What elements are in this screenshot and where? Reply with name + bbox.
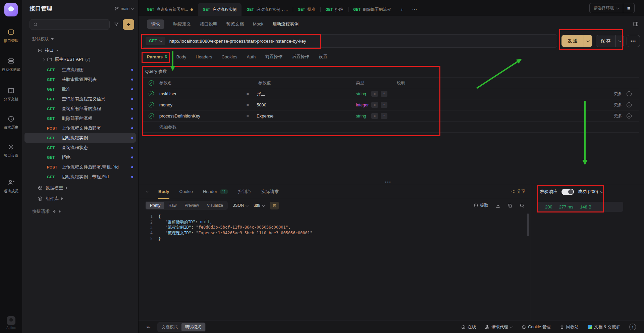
view-raw[interactable]: Raw [164, 202, 180, 209]
tree-root-apis[interactable]: 接口 [38, 47, 59, 53]
param-value[interactable]: 5000 [257, 99, 266, 110]
data-binding-chip-icon[interactable]: ⌗ [371, 102, 378, 108]
response-more-button[interactable]: ⋯ [523, 186, 527, 190]
tab-response-definition[interactable]: 响应定义 [173, 21, 191, 27]
required-chip-icon[interactable]: * [381, 91, 387, 97]
param-name[interactable]: taskUser [159, 88, 176, 99]
data-binding-chip-icon[interactable]: ⌗ [371, 113, 378, 119]
validate-response-toggle[interactable] [561, 189, 574, 195]
tab-response-cookie[interactable]: Cookie [179, 189, 193, 194]
tab-body[interactable]: Body [176, 54, 186, 59]
add-param-button[interactable]: 添加参数 [159, 122, 177, 133]
api-item[interactable]: GET获取审批管理列表 [24, 75, 136, 84]
split-drag-handle[interactable]: ••• [385, 180, 391, 185]
tab-item[interactable]: GET 拒绝 [320, 3, 348, 16]
tab-preview-docs[interactable]: 预览文档 [226, 21, 244, 27]
param-type[interactable]: integer [356, 99, 369, 110]
save-options-caret[interactable] [615, 35, 624, 47]
tab-post-operations[interactable]: 后置操作 [292, 54, 309, 60]
branch-selector[interactable]: main [115, 6, 133, 11]
add-api-button[interactable]: + [123, 19, 134, 30]
api-item[interactable]: GET查询流程状态 [24, 143, 136, 152]
remove-row-icon[interactable]: – [627, 102, 632, 107]
tab-console[interactable]: 控制台 [238, 189, 251, 195]
view-preview[interactable]: Preview [180, 202, 203, 209]
rail-item-project-settings[interactable]: 项目设置 [4, 143, 18, 158]
tab-overflow-button[interactable]: ⋯ [408, 3, 421, 16]
param-value[interactable]: Expense [257, 110, 274, 122]
method-selector[interactable]: GET [146, 37, 165, 45]
environment-selector[interactable]: 请选择环境 [590, 5, 623, 11]
api-item[interactable]: POST上传流程文件后部署 [24, 123, 136, 133]
api-item[interactable]: GET启动流程实例，带租户id [24, 172, 136, 182]
download-icon[interactable] [495, 203, 500, 208]
param-name[interactable]: processDefinitionKey [159, 110, 200, 122]
row-more-button[interactable]: 更多 [614, 99, 622, 110]
required-chip-icon[interactable]: * [381, 102, 387, 108]
apifox-logo[interactable] [4, 3, 18, 16]
docs-community-button[interactable]: 文档 & 交流群 [588, 324, 620, 330]
expected-response-selector[interactable]: 成功 (200) [578, 189, 603, 195]
param-name[interactable]: money [159, 99, 172, 110]
tab-item-active[interactable]: GET 启动流程实例 [198, 3, 242, 16]
remove-row-icon[interactable]: – [627, 113, 632, 118]
save-button[interactable]: 保 存 [596, 35, 624, 47]
api-item[interactable]: GET删除部署的流程 [24, 113, 136, 123]
remove-row-icon[interactable]: – [627, 91, 632, 96]
tab-auth[interactable]: Auth [247, 54, 256, 59]
param-enabled-checkbox[interactable]: ✓ [149, 113, 154, 118]
tab-cookies[interactable]: Cookies [221, 54, 237, 59]
tab-api-description[interactable]: 接口说明 [200, 21, 217, 27]
rail-item-invite-members[interactable]: 邀请成员 [4, 179, 18, 194]
module-selector[interactable]: 默认模块 [32, 36, 54, 42]
tab-response-body[interactable]: Body [158, 189, 169, 194]
online-status[interactable]: 在线 [461, 324, 476, 330]
sidebar-item-data-models[interactable]: 数据模型 [22, 183, 138, 193]
more-actions-button[interactable]: ••• [627, 35, 640, 47]
param-enabled-checkbox[interactable]: ✓ [149, 102, 154, 107]
row-more-button[interactable]: 更多 [614, 88, 622, 99]
tab-mock[interactable]: Mock [253, 21, 263, 27]
panel-toggle-button[interactable] [633, 21, 639, 27]
sidebar-item-quick-request[interactable]: 快捷请求 [22, 206, 138, 217]
folder-native-rest-api[interactable]: 原生REST API (7) [42, 56, 90, 62]
word-wrap-button[interactable] [270, 202, 279, 209]
rail-item-api-management[interactable]: 接口管理 [4, 29, 18, 43]
filter-icon[interactable] [114, 22, 119, 27]
tab-pre-operations[interactable]: 前置操作 [265, 54, 282, 60]
tab-request[interactable]: 请求 [147, 19, 164, 29]
view-visualize[interactable]: Visualize [203, 202, 227, 209]
tab-params[interactable]: Params3 [147, 54, 167, 59]
api-item[interactable]: GET查询所有部署的流程 [24, 104, 136, 113]
editor-scrollbar[interactable] [527, 213, 529, 236]
new-tab-button[interactable]: + [396, 3, 408, 16]
view-pretty[interactable]: Pretty [146, 202, 164, 209]
cookie-manager-button[interactable]: Cookie 管理 [522, 324, 550, 330]
trash-button[interactable]: 回收站 [560, 324, 579, 330]
response-code-editor[interactable]: 1 { 2 "当前活动的ID": null, 3 "流程实例ID": "fe8d… [139, 212, 531, 321]
collapse-response-icon[interactable] [146, 189, 149, 193]
search-input[interactable] [30, 19, 110, 30]
environment-menu-button[interactable]: ≡ [623, 3, 634, 13]
request-proxy-menu[interactable]: 请求代理 [485, 324, 513, 330]
collapse-sidebar-icon[interactable]: ⇤ [147, 324, 151, 330]
format-selector[interactable]: JSON [233, 203, 248, 208]
scroll-top-button[interactable]: ↑ [629, 324, 636, 330]
doc-mode-button[interactable]: 文档模式 [158, 323, 181, 331]
param-type[interactable]: string [356, 110, 366, 122]
tab-item[interactable]: GET 查询所有部署的... [142, 3, 198, 16]
rail-item-automation[interactable]: 自动化测试 [2, 57, 20, 72]
tab-actual-request[interactable]: 实际请求 [261, 189, 279, 195]
param-type[interactable]: string [356, 88, 366, 99]
row-more-button[interactable]: 更多 [614, 110, 622, 122]
api-item[interactable]: GET拒绝 [24, 152, 136, 162]
url-input[interactable]: GET http://localhost:8080/expense-proces… [142, 34, 557, 48]
api-item[interactable]: GET批准 [24, 84, 136, 94]
encoding-selector[interactable]: utf8 [254, 203, 265, 208]
extract-button[interactable]: 提取 [474, 203, 488, 208]
rail-item-request-history[interactable]: 请求历史 [4, 115, 18, 130]
param-enabled-checkbox[interactable]: ✓ [149, 91, 154, 96]
tab-item[interactable]: GET 删除部署的流程 [348, 3, 396, 16]
tab-settings[interactable]: 设置 [319, 54, 327, 60]
send-options-caret[interactable] [584, 35, 592, 47]
